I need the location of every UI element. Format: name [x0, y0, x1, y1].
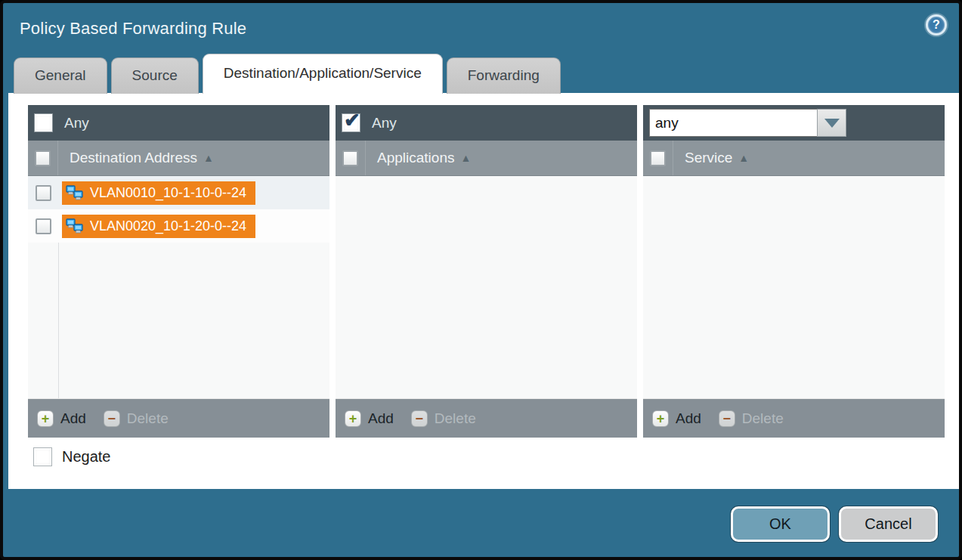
sort-asc-icon[interactable]: ▲	[460, 152, 471, 164]
destination-delete-button: Delete	[127, 410, 169, 427]
delete-icon: −	[411, 410, 428, 427]
pbf-rule-dialog: Policy Based Forwarding Rule ? General S…	[0, 0, 962, 560]
address-object-label: VLAN0020_10-1-20-0--24	[90, 218, 246, 234]
applications-header-label[interactable]: Applications	[377, 150, 454, 166]
tab-content-panel: Any Destination Address ▲	[8, 93, 960, 489]
applications-any-checkbox[interactable]: ✔	[342, 113, 360, 132]
tab-bar: General Source Destination/Application/S…	[14, 54, 561, 94]
applications-any-label: Any	[372, 115, 397, 131]
applications-delete-button: Delete	[435, 410, 476, 427]
tab-destination-application-service[interactable]: Destination/Application/Service	[203, 54, 443, 94]
address-object-label: VLAN0010_10-1-10-0--24	[90, 185, 246, 201]
applications-header: Applications ▲	[336, 141, 637, 176]
tab-forwarding[interactable]: Forwarding	[447, 57, 561, 94]
ok-button[interactable]: OK	[731, 506, 830, 542]
help-icon[interactable]: ?	[926, 14, 947, 36]
add-icon[interactable]: +	[37, 410, 54, 427]
add-icon[interactable]: +	[652, 410, 669, 427]
applications-select-all-checkbox[interactable]	[342, 150, 358, 166]
address-object-icon	[66, 218, 84, 234]
dialog-actions: OK Cancel	[731, 506, 938, 542]
tab-general[interactable]: General	[14, 57, 107, 94]
checkmark-icon: ✔	[344, 109, 360, 132]
service-header: Service ▲	[643, 141, 945, 176]
service-footer: + Add − Delete	[643, 398, 945, 438]
row-checkbox[interactable]	[36, 218, 51, 234]
applications-footer: + Add − Delete	[336, 398, 637, 438]
destination-address-row[interactable]: VLAN0020_10-1-20-0--24	[28, 209, 329, 243]
applications-add-button[interactable]: Add	[368, 410, 394, 427]
row-checkbox[interactable]	[36, 185, 51, 201]
destination-any-checkbox[interactable]	[34, 113, 53, 132]
service-add-button[interactable]: Add	[676, 410, 701, 427]
destination-address-list: VLAN0010_10-1-10-0--24	[28, 176, 329, 398]
destination-address-row[interactable]: VLAN0010_10-1-10-0--24	[28, 176, 329, 209]
service-type-dropdown-button[interactable]	[817, 109, 846, 137]
service-type-value[interactable]: any	[649, 109, 817, 137]
address-object-pill[interactable]: VLAN0010_10-1-10-0--24	[62, 181, 255, 205]
delete-icon: −	[104, 410, 120, 427]
add-icon[interactable]: +	[345, 410, 361, 427]
applications-column: ✔ Any Applications ▲ + Add − Delete	[336, 105, 637, 438]
destination-add-button[interactable]: Add	[60, 410, 86, 427]
service-dropdown-bar: any	[643, 105, 945, 141]
service-delete-button: Delete	[742, 410, 784, 427]
service-select-all-checkbox[interactable]	[650, 150, 666, 166]
applications-any-bar: ✔ Any	[336, 105, 637, 141]
address-object-icon	[66, 185, 84, 200]
service-list	[643, 176, 945, 398]
service-header-label[interactable]: Service	[685, 150, 732, 166]
negate-option: Negate	[33, 447, 960, 466]
sort-asc-icon[interactable]: ▲	[203, 152, 214, 164]
applications-list	[336, 176, 637, 398]
destination-any-label: Any	[64, 115, 89, 131]
destination-address-header-label[interactable]: Destination Address	[70, 150, 197, 166]
address-object-pill[interactable]: VLAN0020_10-1-20-0--24	[62, 215, 255, 238]
sort-asc-icon[interactable]: ▲	[738, 152, 749, 164]
negate-checkbox[interactable]	[33, 447, 52, 466]
service-type-dropdown[interactable]: any	[649, 109, 846, 137]
cancel-button[interactable]: Cancel	[839, 506, 938, 542]
destination-any-bar: Any	[28, 105, 329, 141]
tab-source[interactable]: Source	[111, 57, 199, 94]
destination-select-all-checkbox[interactable]	[35, 150, 51, 166]
negate-label: Negate	[62, 448, 111, 466]
service-column: any Service ▲ + Add −	[643, 105, 945, 438]
dialog-title: Policy Based Forwarding Rule	[20, 19, 246, 39]
destination-address-header: Destination Address ▲	[28, 141, 329, 176]
dropdown-arrow-icon	[824, 119, 840, 128]
delete-icon: −	[719, 410, 735, 427]
destination-footer: + Add − Delete	[28, 398, 329, 438]
destination-address-column: Any Destination Address ▲	[28, 105, 329, 438]
